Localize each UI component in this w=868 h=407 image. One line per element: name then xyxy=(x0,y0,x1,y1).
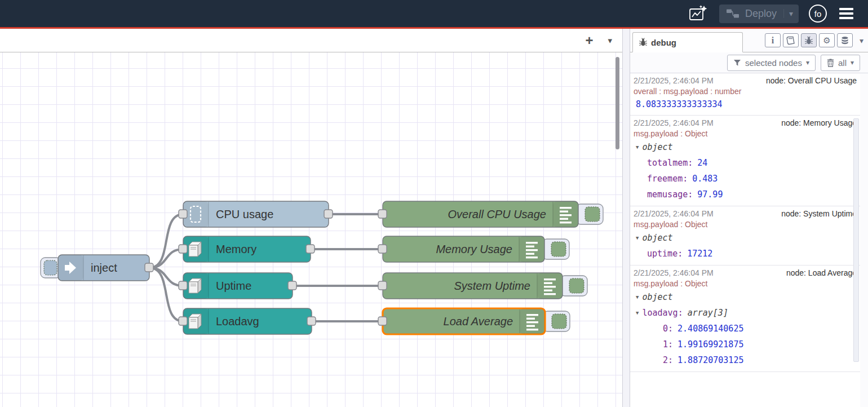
context-data-button[interactable] xyxy=(837,33,853,47)
message-node-name: node: Overall CPU Usage xyxy=(766,75,857,86)
entry-value: 1.88720703125 xyxy=(677,352,743,368)
message-node-name: node: System Uptime xyxy=(781,208,857,219)
uptime-input-port[interactable] xyxy=(179,281,187,290)
entry-value: 97.99 xyxy=(697,187,723,202)
sidebar-tab-actions: i xyxy=(743,33,863,52)
user-avatar[interactable]: fo xyxy=(809,5,827,23)
entry-value: 0.483 xyxy=(692,171,718,187)
node-debug-load-average[interactable]: Load Average xyxy=(378,308,570,334)
entry-key: loadavg: xyxy=(642,305,683,321)
loadavg-node-label: Loadavg xyxy=(216,315,259,328)
sidebar-menu-caret-icon[interactable]: ▾ xyxy=(860,36,863,45)
memory-node-label: Memory xyxy=(216,243,256,255)
inject-output-port[interactable] xyxy=(145,263,153,272)
cpu-output-port[interactable] xyxy=(324,210,333,218)
cpu-input-port[interactable] xyxy=(179,210,187,218)
trash-icon xyxy=(827,59,834,67)
uptime-output-port[interactable] xyxy=(288,281,296,290)
node-debug-overall-cpu[interactable]: Overall CPU Usage xyxy=(378,201,603,227)
array-root-row: ▼ loadavg: array[3] xyxy=(634,305,857,321)
entry-key: 1: xyxy=(663,337,673,352)
add-flow-button[interactable]: + xyxy=(585,35,593,46)
node-cpu-usage[interactable]: CPU usage xyxy=(179,201,333,227)
debug-node-label: System Uptime xyxy=(454,280,530,292)
entry-key: uptime: xyxy=(647,246,683,262)
debug-input-port[interactable] xyxy=(378,317,387,325)
memory-output-port[interactable] xyxy=(306,245,315,253)
sidebar-tab-bar: debug i xyxy=(630,29,868,52)
wire-inject-memory[interactable] xyxy=(149,249,183,268)
debug-clear-button[interactable]: all ▾ xyxy=(821,55,860,71)
flow-canvas-svg[interactable]: inject CPU usage xyxy=(0,52,622,407)
entry-key: 0: xyxy=(663,321,673,337)
loadavg-input-port[interactable] xyxy=(179,317,187,325)
debug-message-list: 2/21/2025, 2:46:04 PM node: Overall CPU … xyxy=(630,73,860,407)
object-label: object xyxy=(642,289,672,305)
message-value: 8.083333333333334 xyxy=(634,97,857,112)
debug-input-port[interactable] xyxy=(378,245,387,253)
debug-input-port[interactable] xyxy=(378,210,387,218)
node-debug-system-uptime[interactable]: System Uptime xyxy=(378,273,587,299)
tab-debug[interactable]: debug xyxy=(632,32,743,52)
debug-panel-button[interactable] xyxy=(801,33,817,47)
flow-assistant-button[interactable] xyxy=(687,4,709,23)
loadavg-output-port[interactable] xyxy=(307,317,316,325)
debug-message-memory-usage[interactable]: 2/21/2025, 2:46:04 PM node: Memory Usage… xyxy=(630,116,860,206)
node-loadavg[interactable]: Loadavg xyxy=(179,308,316,334)
debug-message-load-average[interactable]: 2/21/2025, 2:46:04 PM node: Load Average… xyxy=(630,266,860,372)
workspace-tab-bar: + ▾ xyxy=(0,29,622,52)
entry-value: 17212 xyxy=(687,246,712,262)
debug-toggle-inner xyxy=(569,278,584,293)
flow-canvas[interactable]: inject CPU usage xyxy=(0,52,622,407)
collapse-triangle-icon[interactable]: ▼ xyxy=(636,139,639,155)
canvas-vertical-scrollbar[interactable] xyxy=(615,57,619,149)
sidebar-scrollbar[interactable] xyxy=(853,118,859,362)
entry-value: 24 xyxy=(697,155,707,171)
info-panel-button[interactable]: i xyxy=(765,33,781,47)
server-icon xyxy=(189,314,201,329)
entry-value: 2.40869140625 xyxy=(677,321,743,337)
inject-node-label: inject xyxy=(91,262,117,274)
debug-node-label: Load Average xyxy=(444,315,513,328)
debug-sidebar: debug i xyxy=(630,29,868,407)
debug-filter-button[interactable]: selected nodes ▾ xyxy=(727,55,816,71)
entry-key: memusage: xyxy=(647,187,693,202)
deploy-button[interactable]: Deploy ▾ xyxy=(719,5,799,23)
entry-key: freemem: xyxy=(647,171,688,187)
debug-toggle-inner xyxy=(585,207,600,222)
debug-message-overall-cpu[interactable]: 2/21/2025, 2:46:04 PM node: Overall CPU … xyxy=(630,73,860,116)
collapse-triangle-icon[interactable]: ▼ xyxy=(636,289,639,305)
collapse-triangle-icon[interactable]: ▼ xyxy=(636,305,639,321)
collapse-triangle-icon[interactable]: ▼ xyxy=(636,230,639,246)
object-root-row: ▼ object xyxy=(634,230,857,246)
node-inject[interactable]: inject xyxy=(41,255,153,281)
object-entry-row: memusage: 97.99 xyxy=(634,187,857,202)
object-entry-row: uptime: 17212 xyxy=(634,246,857,262)
wires xyxy=(149,214,383,321)
config-nodes-button[interactable]: ⚙ xyxy=(819,33,835,47)
main-menu-button[interactable] xyxy=(837,6,856,21)
flow-list-caret-icon[interactable]: ▾ xyxy=(608,36,612,46)
inject-button-inner xyxy=(44,260,57,275)
debug-input-port[interactable] xyxy=(378,281,387,290)
memory-input-port[interactable] xyxy=(179,245,187,253)
message-timestamp: 2/21/2025, 2:46:04 PM xyxy=(634,117,714,129)
sidebar-resize-handle[interactable] xyxy=(622,29,630,407)
object-entry-row: freemem: 0.483 xyxy=(634,171,857,187)
object-root-row: ▼ object xyxy=(634,139,857,155)
node-memory[interactable]: Memory xyxy=(179,236,315,262)
main-layout: + ▾ xyxy=(0,29,868,407)
array-type-label: array[3] xyxy=(688,305,728,321)
funnel-icon xyxy=(733,59,741,67)
debug-message-system-uptime[interactable]: 2/21/2025, 2:46:04 PM node: System Uptim… xyxy=(630,206,860,266)
node-debug-memory-usage[interactable]: Memory Usage xyxy=(378,236,569,262)
node-uptime[interactable]: Uptime xyxy=(179,273,296,299)
wire-inject-uptime[interactable] xyxy=(149,268,183,286)
help-panel-button[interactable] xyxy=(783,33,799,47)
message-property: overall : msg.payload : number xyxy=(634,86,857,97)
deploy-caret-icon[interactable]: ▾ xyxy=(783,9,793,18)
message-meta: 2/21/2025, 2:46:04 PM node: Memory Usage xyxy=(634,117,857,129)
message-timestamp: 2/21/2025, 2:46:04 PM xyxy=(634,267,714,278)
debug-clear-label: all xyxy=(838,58,847,68)
message-timestamp: 2/21/2025, 2:46:04 PM xyxy=(634,75,714,86)
